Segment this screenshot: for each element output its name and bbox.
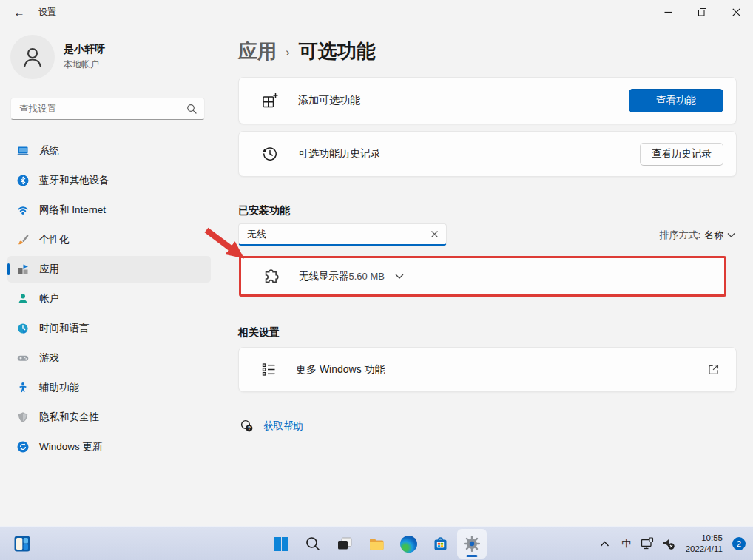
page-title: 可选功能 <box>299 38 376 64</box>
puzzle-piece-icon <box>261 269 279 284</box>
back-arrow-icon: ← <box>14 6 25 18</box>
user-name: 是小轩呀 <box>64 43 105 56</box>
apps-icon <box>17 263 29 275</box>
back-button[interactable]: ← <box>4 1 34 23</box>
breadcrumb-parent[interactable]: 应用 <box>238 38 277 64</box>
chevron-up-icon <box>600 541 610 547</box>
breadcrumb-separator: › <box>286 45 290 60</box>
settings-window: ← 设置 是小轩呀 本地帐户 <box>0 0 753 560</box>
start-icon <box>274 536 289 552</box>
sidebar-item-personalization[interactable]: 个性化 <box>7 226 211 253</box>
sidebar-item-system[interactable]: 系统 <box>7 138 211 164</box>
svg-text:?: ? <box>248 425 251 431</box>
nav-label: 时间和语言 <box>39 322 90 335</box>
network-wifi-icon <box>17 204 29 216</box>
settings-taskbar-button[interactable] <box>457 529 487 559</box>
sort-prefix-label: 排序方式: <box>659 229 700 242</box>
taskbar: 中 10:55 2022/4/11 2 <box>0 526 753 560</box>
volume-muted-button[interactable] <box>658 529 679 559</box>
personalization-icon <box>17 234 29 246</box>
expand-chevron-icon[interactable] <box>395 273 404 280</box>
installed-features-header: 已安装功能 <box>238 204 290 217</box>
add-feature-label: 添加可选功能 <box>298 94 360 107</box>
ime-indicator[interactable]: 中 <box>615 529 638 559</box>
show-hidden-icons-button[interactable] <box>595 529 615 559</box>
nav-label: 帐户 <box>39 292 59 306</box>
nav-label: 系统 <box>39 144 59 158</box>
nav-label: 隐私和安全性 <box>39 411 99 424</box>
nav-label: Windows 更新 <box>39 440 103 453</box>
close-icon <box>732 8 740 16</box>
settings-gear-icon <box>463 535 481 553</box>
store-button[interactable] <box>425 529 455 559</box>
widgets-button[interactable] <box>7 529 37 559</box>
sidebar-item-apps[interactable]: 应用 <box>7 256 211 283</box>
view-history-button[interactable]: 查看历史记录 <box>640 143 723 166</box>
bluetooth-icon <box>17 175 29 186</box>
edge-icon <box>400 536 417 553</box>
search-icon <box>186 104 197 114</box>
nav-label: 网络和 Internet <box>39 203 106 217</box>
feature-history-card: 可选功能历史记录 查看历史记录 <box>238 131 737 177</box>
active-app-indicator <box>467 555 478 557</box>
user-profile[interactable]: 是小轩呀 本地帐户 <box>10 35 105 79</box>
task-view-button[interactable] <box>330 529 359 559</box>
sort-value-label: 名称 <box>704 229 723 242</box>
settings-search-box <box>10 98 205 120</box>
restore-button[interactable] <box>685 0 719 24</box>
sidebar-item-accounts[interactable]: 帐户 <box>7 286 211 312</box>
search-taskbar-button[interactable] <box>298 529 328 559</box>
file-explorer-icon <box>368 536 385 553</box>
store-icon <box>432 536 449 553</box>
clock-time: 10:55 <box>686 533 723 544</box>
minimize-button[interactable] <box>651 0 685 24</box>
feature-row-wireless-display[interactable]: 无线显示器 5.60 MB <box>239 256 726 297</box>
selected-indicator <box>7 263 10 275</box>
history-icon <box>261 145 279 163</box>
start-button[interactable] <box>266 529 296 559</box>
edge-button[interactable] <box>394 529 423 559</box>
account-type: 本地帐户 <box>64 58 105 71</box>
widgets-icon <box>13 535 31 553</box>
external-link-icon <box>707 363 720 376</box>
clear-filter-icon[interactable] <box>427 227 442 242</box>
sidebar-item-privacy-security[interactable]: 隐私和安全性 <box>7 404 211 431</box>
add-optional-feature-card: 添加可选功能 查看功能 <box>238 77 737 124</box>
network-tray-icon <box>641 537 655 550</box>
network-tray-button[interactable] <box>638 529 658 559</box>
privacy-shield-icon <box>17 411 29 423</box>
feature-list-icon <box>261 362 277 377</box>
close-button[interactable] <box>719 0 753 24</box>
nav-label: 个性化 <box>39 233 70 246</box>
sidebar-item-gaming[interactable]: 游戏 <box>7 345 211 371</box>
sort-dropdown[interactable]: 排序方式: 名称 <box>659 229 735 242</box>
sidebar-item-network-internet[interactable]: 网络和 Internet <box>7 197 211 223</box>
search-icon <box>305 536 321 552</box>
feature-filter-input[interactable] <box>239 229 427 240</box>
more-windows-features-card[interactable]: 更多 Windows 功能 <box>238 347 737 392</box>
sidebar-nav: 系统 蓝牙和其他设备 网络和 Internet 个性化 应用 <box>7 138 211 463</box>
clock-date: 2022/4/11 <box>686 544 723 555</box>
get-help-icon: ? <box>240 419 254 433</box>
sidebar-item-accessibility[interactable]: 辅助功能 <box>7 374 211 401</box>
sidebar-item-bluetooth-devices[interactable]: 蓝牙和其他设备 <box>7 167 211 194</box>
sidebar-item-windows-update[interactable]: Windows 更新 <box>7 434 211 460</box>
file-explorer-button[interactable] <box>362 529 391 559</box>
clock[interactable]: 10:55 2022/4/11 <box>682 533 726 555</box>
windows-update-icon <box>17 441 29 453</box>
get-help-row[interactable]: ? 获取帮助 <box>240 419 303 433</box>
add-feature-icon <box>261 92 279 109</box>
restore-icon <box>698 8 706 16</box>
nav-label: 辅助功能 <box>39 381 79 394</box>
view-features-button[interactable]: 查看功能 <box>629 89 723 112</box>
related-settings-header: 相关设置 <box>238 326 280 340</box>
sidebar-item-time-language[interactable]: 时间和语言 <box>7 315 211 342</box>
chevron-down-icon <box>727 232 735 238</box>
volume-muted-icon <box>662 537 675 550</box>
accounts-icon <box>17 293 29 305</box>
get-help-link[interactable]: 获取帮助 <box>263 419 303 433</box>
notification-badge[interactable]: 2 <box>732 537 746 550</box>
nav-label: 应用 <box>39 263 59 276</box>
settings-search-input[interactable] <box>11 104 186 114</box>
history-label: 可选功能历史记录 <box>298 147 381 161</box>
